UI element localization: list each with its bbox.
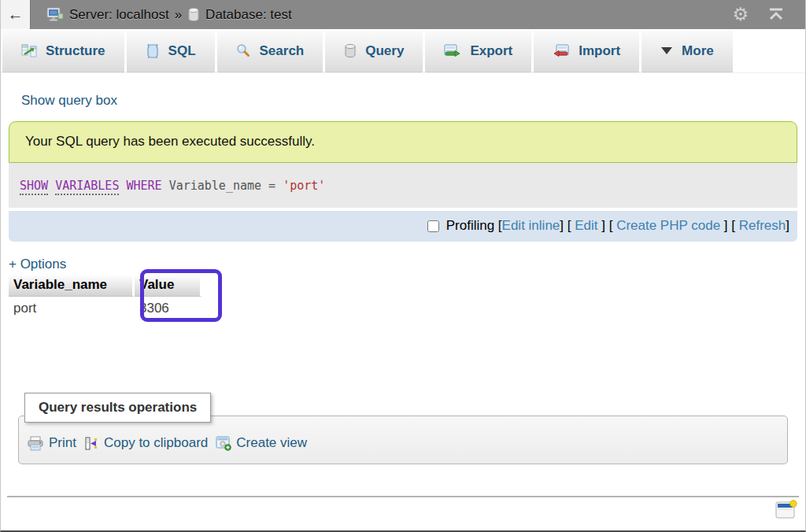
tab-label: Search xyxy=(260,43,305,59)
server-bar: ← Server: localhost » Database: xyxy=(1,0,805,29)
tab-import[interactable]: Import xyxy=(534,30,639,72)
create-view-action[interactable]: Create view xyxy=(216,435,307,451)
bracket-text: ] [ xyxy=(598,218,617,234)
sql-token-identifier: Variable_name xyxy=(169,179,261,193)
operations-legend: Query results operations xyxy=(24,393,211,423)
back-arrow-icon: ← xyxy=(8,6,24,24)
print-link: Print xyxy=(49,435,76,451)
print-icon xyxy=(27,436,44,451)
open-new-window-icon[interactable] xyxy=(775,499,797,523)
search-icon xyxy=(236,43,251,58)
query-db-icon xyxy=(344,43,357,58)
create-view-link: Create view xyxy=(236,435,307,451)
column-header-variable-name[interactable]: Variable_name xyxy=(9,275,135,297)
bracket-text: ] xyxy=(786,218,789,234)
query-result-panel: Your SQL query has been executed success… xyxy=(9,121,797,242)
executed-sql-query: SHOW VARIABLES WHERE Variable_name = 'po… xyxy=(9,163,797,208)
success-message: Your SQL query has been executed success… xyxy=(9,121,797,163)
settings-gear-icon[interactable]: ⚙ xyxy=(732,6,749,24)
tab-label: Export xyxy=(470,43,512,59)
tab-label: More xyxy=(682,43,714,59)
column-header-value[interactable]: Value xyxy=(135,275,202,297)
collapse-top-icon[interactable] xyxy=(767,8,785,21)
footer-divider xyxy=(7,496,799,497)
show-query-box-link[interactable]: Show query box xyxy=(21,93,117,108)
table-row: port 3306 xyxy=(9,297,202,320)
topbar-actions: ⚙ xyxy=(732,6,805,24)
tab-structure[interactable]: Structure xyxy=(2,30,124,72)
more-caret-icon xyxy=(660,46,673,55)
tab-sql[interactable]: SQL xyxy=(127,30,215,72)
cell-value: 3306 xyxy=(135,297,202,320)
options-toggle-link[interactable]: + Options xyxy=(9,257,66,272)
sql-token-show[interactable]: SHOW xyxy=(20,179,48,195)
profiling-row: Profiling [Edit inline] [ Edit ] [ Creat… xyxy=(9,211,797,242)
result-table: Variable_name Value port 3306 xyxy=(9,275,202,320)
operations-fieldset: Print Copy to clipboard xyxy=(18,416,788,464)
profiling-label: Profiling xyxy=(446,218,494,234)
tab-search[interactable]: Search xyxy=(217,30,324,72)
tab-bar: Structure SQL Search Query xyxy=(1,29,805,73)
export-icon xyxy=(444,44,461,58)
create-view-icon xyxy=(216,436,231,451)
copy-to-clipboard-action[interactable]: Copy to clipboard xyxy=(84,435,208,451)
create-php-code-link[interactable]: Create PHP code xyxy=(616,218,720,234)
refresh-link[interactable]: Refresh xyxy=(739,218,786,234)
import-icon xyxy=(553,44,570,58)
sql-icon xyxy=(146,43,160,58)
breadcrumb-separator: » xyxy=(175,7,182,23)
result-table-section: + Options Variable_name Value port 3306 xyxy=(9,257,805,320)
back-button[interactable]: ← xyxy=(1,0,31,29)
tab-label: Query xyxy=(365,43,404,59)
copy-to-clipboard-link: Copy to clipboard xyxy=(104,435,208,451)
sql-token-variables[interactable]: VARIABLES xyxy=(55,179,119,195)
query-results-operations: Query results operations Print xyxy=(18,416,788,464)
copy-to-clipboard-icon xyxy=(84,436,99,451)
cell-variable-name: port xyxy=(9,297,135,320)
edit-link[interactable]: Edit xyxy=(575,218,597,234)
sql-token-operator: = xyxy=(268,179,275,193)
edit-inline-link[interactable]: Edit inline xyxy=(502,218,560,234)
sql-token-where: WHERE xyxy=(126,179,161,193)
structure-icon xyxy=(21,44,37,58)
bracket-text: ] [ xyxy=(560,218,575,234)
breadcrumb-server[interactable]: Server: localhost xyxy=(69,7,169,23)
tab-query[interactable]: Query xyxy=(325,30,423,72)
breadcrumb: Server: localhost » Database: test xyxy=(46,7,292,23)
tab-label: Import xyxy=(579,43,620,59)
tab-label: Structure xyxy=(46,43,105,59)
server-icon xyxy=(46,7,64,22)
bracket-text: ] [ xyxy=(720,218,739,234)
breadcrumb-database[interactable]: Database: test xyxy=(205,7,292,23)
tab-more[interactable]: More xyxy=(641,30,733,72)
tab-label: SQL xyxy=(168,43,196,59)
sql-token-string: 'port' xyxy=(283,179,325,193)
profiling-checkbox[interactable] xyxy=(427,220,439,232)
bracket-text: [ xyxy=(494,218,501,234)
database-icon xyxy=(187,7,200,22)
tab-export[interactable]: Export xyxy=(425,30,531,72)
print-action[interactable]: Print xyxy=(27,435,76,451)
